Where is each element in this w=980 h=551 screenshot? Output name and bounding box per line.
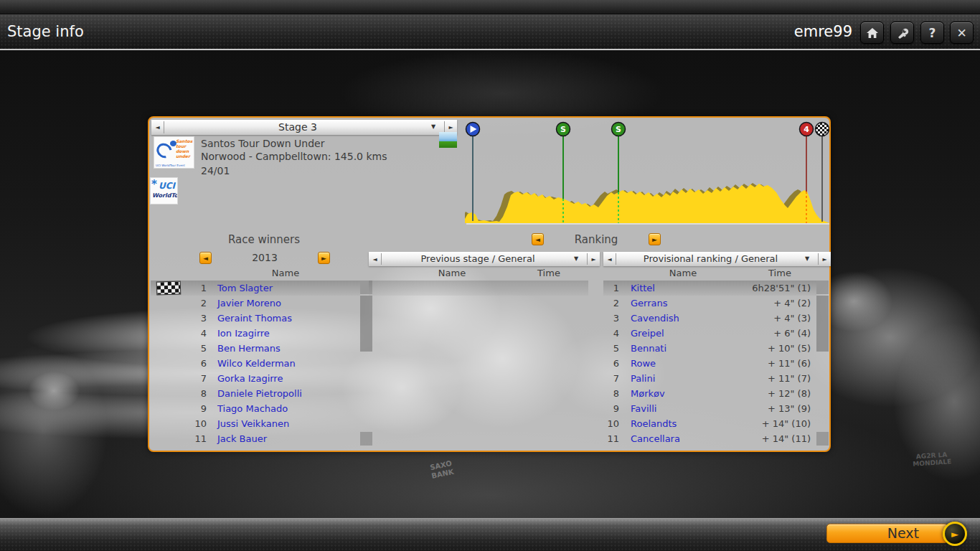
ranking-row[interactable]: 6Rowe+ 11" (6) — [603, 356, 816, 371]
race-winner-row[interactable]: 4Ion Izagirre — [151, 326, 360, 341]
race-winners-list: 1Tom Slagter2Javier Moreno3Geraint Thoma… — [151, 281, 360, 446]
rider-name[interactable]: Greipel — [631, 328, 773, 339]
race-winner-row[interactable]: 9Tiago Machado — [151, 401, 360, 416]
winner-position: 10 — [182, 418, 207, 429]
bg-jersey-text-saxo: SAXOBANK — [429, 459, 455, 480]
wrench-icon — [896, 27, 909, 39]
winner-name[interactable]: Daniele Pietropolli — [217, 388, 302, 399]
race-logo-footer: UCI WorldTour Event — [156, 164, 185, 167]
next-circle-button[interactable]: ► — [943, 522, 967, 546]
winner-name[interactable]: Ben Hermans — [217, 343, 281, 354]
scroll-thumb[interactable] — [816, 296, 829, 352]
chart-baseline — [466, 223, 829, 225]
ranking-row[interactable]: 9Favilli+ 13" (9) — [603, 401, 816, 416]
rider-time: + 12" (8) — [768, 388, 811, 399]
ranking-row[interactable]: 2Gerrans+ 4" (2) — [603, 296, 816, 311]
ranking-row[interactable]: 7Palini+ 11" (7) — [603, 371, 816, 386]
race-winner-row[interactable]: 3Geraint Thomas — [151, 311, 360, 326]
stage-selector[interactable]: ◄ Stage 3 ▼ ► — [151, 120, 457, 135]
selector-prev-arrow[interactable]: ◄ — [603, 252, 616, 266]
ranking-right-value[interactable]: Provisional ranking / General — [616, 252, 805, 266]
close-button[interactable]: ✕ — [950, 22, 974, 44]
rider-name[interactable]: Cavendish — [631, 313, 773, 324]
rider-name[interactable]: Mørkøv — [631, 388, 768, 399]
year-next-button[interactable]: ► — [318, 252, 330, 264]
rider-name[interactable]: Bennati — [631, 343, 768, 354]
winner-name[interactable]: Tiago Machado — [217, 403, 288, 414]
ranking-prev-button[interactable]: ◄ — [532, 233, 544, 245]
year-value: 2013 — [212, 252, 317, 263]
ranking-left-value[interactable]: Previous stage / General — [382, 252, 574, 266]
selector-next-arrow[interactable]: ► — [819, 252, 831, 266]
rider-name[interactable]: Gerrans — [631, 298, 773, 309]
race-winner-row[interactable]: 10Jussi Veikkanen — [151, 416, 360, 431]
winner-position: 11 — [182, 433, 207, 444]
previous-stage-list — [369, 281, 588, 447]
rank-position: 11 — [603, 433, 619, 444]
selector-next-arrow[interactable]: ► — [588, 252, 600, 266]
rider-name[interactable]: Rowe — [631, 358, 768, 369]
ranking-scrollbar[interactable] — [816, 281, 829, 447]
race-name-route: Santos Tour Down Under Norwood - Campbel… — [201, 137, 387, 163]
winner-name[interactable]: Jack Bauer — [217, 433, 267, 444]
ranking-right-selector[interactable]: ◄ Provisional ranking / General ▼ ► — [603, 252, 831, 266]
ranking-row[interactable]: 10Roelandts+ 14" (10) — [603, 416, 816, 431]
provisional-ranking-list: 1Kittel6h28'51" (1)2Gerrans+ 4" (2)3Cave… — [603, 281, 816, 446]
rider-name[interactable]: Kittel — [631, 283, 752, 293]
ranking-row[interactable]: 4Greipel+ 6" (4) — [603, 326, 816, 341]
ranking-row[interactable]: 8Mørkøv+ 12" (8) — [603, 386, 816, 401]
rank-position: 8 — [603, 388, 619, 399]
selector-prev-arrow[interactable]: ◄ — [369, 252, 381, 266]
ranking-row[interactable]: 1Kittel6h28'51" (1) — [603, 281, 816, 296]
help-button[interactable]: ? — [920, 22, 944, 44]
rank-position: 9 — [603, 403, 619, 414]
winner-name[interactable]: Wilco Kelderman — [217, 358, 296, 369]
settings-button[interactable] — [890, 22, 914, 44]
rider-time: + 11" (7) — [768, 373, 811, 384]
ranking-row[interactable]: 5Bennati+ 10" (5) — [603, 341, 816, 356]
race-logo-text: Santos tour down under — [176, 138, 192, 159]
scroll-down-button[interactable] — [816, 432, 829, 446]
stage-selector-value[interactable]: Stage 3 — [164, 120, 431, 135]
rider-name[interactable]: Palini — [631, 373, 768, 384]
selected-row-highlight — [369, 281, 588, 296]
race-winner-row[interactable]: 2Javier Moreno — [151, 296, 360, 311]
year-prev-button[interactable]: ◄ — [199, 252, 212, 264]
ranking-left-selector[interactable]: ◄ Previous stage / General ▼ ► — [369, 252, 600, 266]
next-button[interactable]: Next — [826, 524, 948, 543]
race-winner-row[interactable]: 5Ben Hermans — [151, 341, 360, 356]
uci-worldtour-logo: * UCI WorldTour — [150, 177, 178, 204]
rider-name[interactable]: Favilli — [631, 403, 768, 414]
checkered-flag-icon — [156, 281, 182, 295]
scroll-up-button[interactable] — [816, 281, 829, 294]
race-winner-row[interactable]: 8Daniele Pietropolli — [151, 386, 360, 401]
race-winner-row[interactable]: 1Tom Slagter — [151, 281, 360, 296]
winner-name[interactable]: Tom Slagter — [217, 283, 273, 293]
winner-name[interactable]: Geraint Thomas — [217, 313, 292, 324]
ranking-row[interactable]: 3Cavendish+ 4" (3) — [603, 311, 816, 326]
page-title: Stage info — [7, 23, 84, 40]
ranking-next-button[interactable]: ► — [649, 233, 661, 245]
stage-info-panel: ◄ Stage 3 ▼ ► Santos tour down under UCI… — [148, 116, 831, 452]
winner-name[interactable]: Gorka Izagirre — [217, 373, 283, 384]
race-winner-row[interactable]: 6Wilco Kelderman — [151, 356, 360, 371]
winner-name[interactable]: Javier Moreno — [217, 298, 281, 309]
race-winner-row[interactable]: 7Gorka Izagirre — [151, 371, 360, 386]
rider-name[interactable]: Cancellara — [631, 433, 762, 444]
winner-name[interactable]: Ion Izagirre — [217, 328, 270, 339]
race-winner-row[interactable]: 11Jack Bauer — [151, 431, 360, 446]
winner-name[interactable]: Jussi Veikkanen — [217, 418, 289, 429]
stage-prev-arrow[interactable]: ◄ — [151, 120, 164, 135]
rank-position: 2 — [603, 298, 619, 309]
chevron-down-icon[interactable]: ▼ — [805, 252, 818, 266]
svg-text:S: S — [616, 125, 621, 134]
winner-position: 4 — [182, 328, 207, 339]
winner-position: 3 — [182, 313, 207, 324]
home-button[interactable] — [860, 22, 884, 44]
rank-position: 6 — [603, 358, 619, 369]
rider-time: + 4" (3) — [773, 313, 811, 324]
winner-position: 5 — [182, 343, 207, 354]
rider-name[interactable]: Roelandts — [631, 418, 762, 429]
chevron-down-icon[interactable]: ▼ — [574, 252, 587, 266]
ranking-row[interactable]: 11Cancellara+ 14" (11) — [603, 431, 816, 446]
